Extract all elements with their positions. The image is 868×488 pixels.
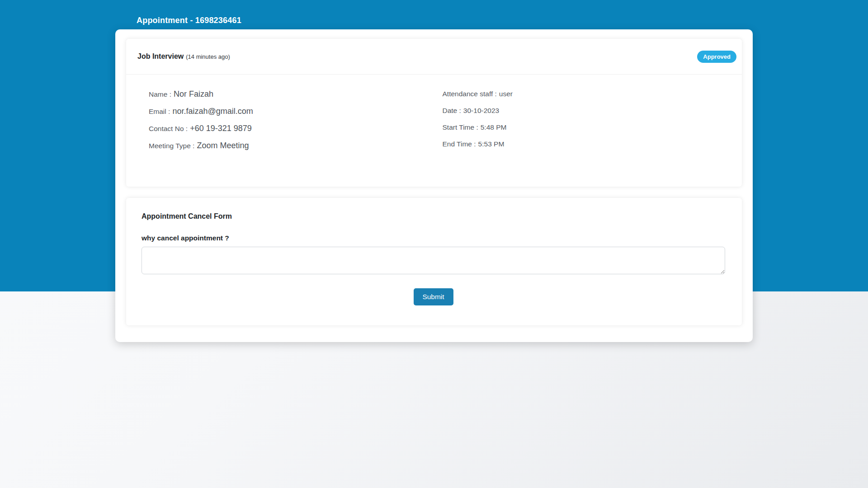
- start-time-value: 5:48 PM: [481, 123, 507, 131]
- detail-row-email: Email :nor.faizah@gmail.com: [149, 107, 438, 116]
- meeting-type-value: Zoom Meeting: [197, 141, 249, 150]
- appointment-detail-body: Name :Nor Faizah Email :nor.faizah@gmail…: [126, 75, 742, 158]
- page-title: Appointment - 1698236461: [137, 16, 241, 25]
- appointment-page-card: Job Interview(14 minutes ago) Approved N…: [115, 29, 753, 342]
- name-value: Nor Faizah: [174, 89, 213, 99]
- detail-row-staff: Attendance staff :user: [443, 89, 731, 99]
- detail-column-right: Attendance staff :user Date :30-10-2023 …: [438, 89, 731, 158]
- staff-value: user: [499, 90, 513, 98]
- detail-row-start-time: Start Time :5:48 PM: [443, 123, 731, 132]
- detail-row-contact: Contact No :+60 19-321 9879: [149, 124, 438, 133]
- end-time-value: 5:53 PM: [478, 140, 505, 148]
- cancel-reason-textarea[interactable]: [142, 247, 725, 274]
- appointment-time-ago: (14 minutes ago): [186, 53, 230, 60]
- date-value: 30-10-2023: [463, 107, 499, 114]
- meeting-type-label: Meeting Type :: [149, 142, 194, 150]
- end-time-label: End Time :: [443, 140, 476, 148]
- staff-label: Attendance staff :: [443, 90, 497, 98]
- appointment-detail-header: Job Interview(14 minutes ago) Approved: [126, 39, 742, 75]
- start-time-label: Start Time :: [443, 123, 478, 131]
- appointment-title: Job Interview: [137, 52, 184, 60]
- name-label: Name :: [149, 90, 171, 98]
- cancel-form-title: Appointment Cancel Form: [142, 212, 725, 221]
- detail-row-name: Name :Nor Faizah: [149, 89, 438, 99]
- detail-row-date: Date :30-10-2023: [443, 106, 731, 115]
- date-label: Date :: [443, 107, 461, 114]
- cancel-reason-label: why cancel appointment ?: [142, 234, 725, 242]
- contact-label: Contact No :: [149, 125, 188, 132]
- detail-row-end-time: End Time :5:53 PM: [443, 140, 731, 149]
- detail-column-left: Name :Nor Faizah Email :nor.faizah@gmail…: [137, 89, 438, 158]
- contact-value: +60 19-321 9879: [190, 124, 252, 133]
- email-value: nor.faizah@gmail.com: [172, 107, 253, 116]
- submit-button[interactable]: Submit: [414, 288, 453, 305]
- email-label: Email :: [149, 108, 170, 115]
- detail-row-meeting-type: Meeting Type :Zoom Meeting: [149, 141, 438, 150]
- appointment-detail-card: Job Interview(14 minutes ago) Approved N…: [126, 39, 742, 187]
- appointment-title-group: Job Interview(14 minutes ago): [137, 52, 230, 61]
- cancel-form-card: Appointment Cancel Form why cancel appoi…: [126, 198, 742, 325]
- status-badge: Approved: [697, 51, 736, 63]
